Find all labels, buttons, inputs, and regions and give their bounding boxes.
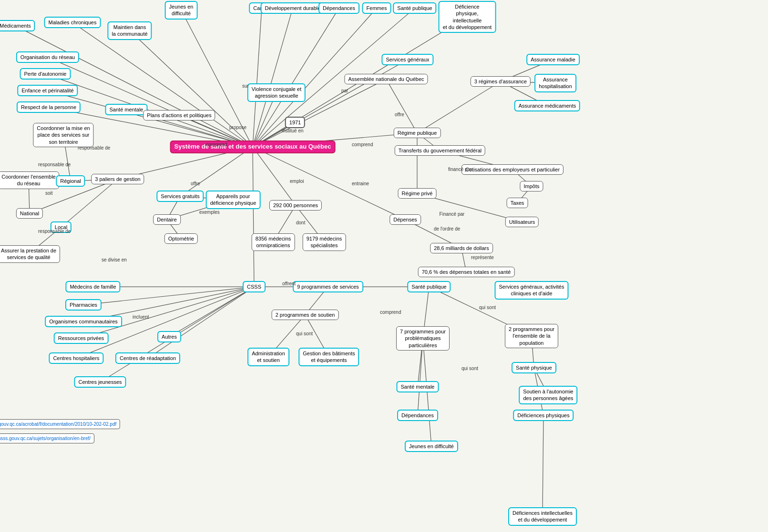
node-impots: Impôts (520, 181, 543, 191)
node-regime_public: Régime publique (394, 128, 441, 138)
node-assemblee: Assemblée nationale du Québec (345, 74, 428, 84)
node-3_regimes: 3 régimes d'assurance (471, 76, 531, 87)
node-ressources: Ressources privées (54, 332, 109, 344)
node-enfance: Enfance et périnatalité (17, 85, 78, 96)
edge-label: responsable de (38, 162, 71, 167)
node-maladies_chroniques: Maladies chroniques (44, 17, 101, 28)
node-taxes: Taxes (507, 198, 528, 208)
node-csss: CSSS (243, 281, 266, 292)
node-deficience: Déficiencephysique,intellectuelleet du d… (439, 1, 496, 33)
node-2_programmes_soutien: 2 programmes de soutien (272, 310, 339, 320)
node-jeunes_difficulte_right: Jeunes en difficulté (405, 441, 458, 452)
node-services_generaux_right: Services généraux, activitéscliniques et… (495, 281, 569, 300)
node-medicaments: Médicaments (0, 20, 35, 31)
edge-label: comprend (206, 142, 227, 147)
node-assurer: Assurer la prestation deservices de qual… (0, 245, 60, 263)
node-assurance_hosp: Assurancehospitalisation (534, 74, 576, 92)
edge-label: entraine (352, 181, 369, 186)
node-coordonner_mise: Coordonner la mise enplace des services … (33, 123, 93, 147)
edge-label: offrent (282, 281, 296, 286)
node-url2: http://www.msss.gouv.qc.ca/sujets/organi… (0, 433, 94, 443)
node-gestion: Gestion des bâtimentset équipements (298, 348, 359, 366)
edge-label: incluent (133, 314, 149, 320)
edge-label: par (341, 88, 348, 93)
node-8356: 8356 médecinsomnipraticiens (252, 233, 295, 251)
node-violence: Violence conjugale etagression sexuelle (247, 83, 306, 102)
node-plans_actions: Plans d'actions et politiques (143, 110, 215, 120)
node-national: National (16, 208, 43, 219)
svg-line-21 (180, 147, 253, 196)
edge-label: responsable de (38, 229, 71, 234)
node-soutien_autonomie: Soutien à l'autonomiedes personnes âgées (519, 386, 577, 404)
edge-label: comprend (380, 310, 401, 315)
node-dev_durable: Développement durable (261, 2, 325, 14)
edge-label: exemples (199, 210, 220, 215)
concept-map: Système de santé et des services sociaux… (0, 0, 768, 532)
node-autres: Autres (157, 331, 181, 342)
node-deficiences_physiques: Déficiences physiques (513, 410, 573, 421)
node-3_paliers: 3 paliers de gestion (91, 174, 144, 184)
edge-label: emploi (290, 179, 304, 184)
node-finance_par: Financé par (436, 210, 468, 219)
node-assurance_maladie: Assurance maladie (526, 54, 580, 65)
node-sante_publique_right: Santé publique (407, 281, 451, 292)
edge-label: institué en (282, 128, 304, 133)
node-7_programmes: 7 programmes pourproblématiquesparticuli… (396, 326, 450, 351)
svg-line-25 (253, 147, 254, 287)
node-services_generaux_top: Services généraux (381, 54, 433, 65)
node-70_pct: 70,6 % des dépenses totales en santé (418, 267, 515, 277)
node-jeunes_difficulte_top: Jeunes endifficulté (165, 1, 198, 20)
node-appareils: Appareils pourdéficience physique (206, 191, 261, 209)
node-292000: 292 000 personnes (269, 200, 322, 211)
node-coordonner_ensemble: Coordonner l'ensembledu réseau (0, 171, 60, 189)
node-2_programmes_pop: 2 programmes pourl'ensemble de lapopulat… (505, 324, 558, 348)
node-depenses: Dépenses (389, 214, 421, 225)
edge-label: se divise en (102, 257, 127, 262)
node-centres_hosp: Centres hospitaliers (49, 352, 103, 364)
edge-label: responsable de (78, 145, 110, 151)
edge-label: financé par (448, 167, 471, 172)
node-perte_autonomie: Perte d'autonomie (20, 68, 71, 80)
node-9179: 9179 médecinsspécialistes (303, 233, 346, 251)
node-sante_mentale_right: Santé mentale (397, 381, 439, 392)
node-utilisateurs: Utilisateurs (505, 217, 539, 227)
node-main: Système de santé et des services sociaux… (170, 141, 336, 153)
edge-label: dont (296, 220, 305, 225)
node-assurance_med: Assurance médicaments (514, 100, 580, 111)
node-centres_jeunesse: Centres jeunesses (74, 376, 126, 388)
node-1971: 1971 (285, 117, 305, 128)
node-dentaire: Dentaire (153, 214, 181, 225)
svg-line-28 (417, 81, 501, 133)
node-transferts: Transferts du gouvernement fédéral (395, 145, 485, 156)
node-centres_readapt: Centres de réadaptation (115, 352, 180, 364)
edge-label: soit (45, 191, 53, 196)
node-dependances_top: Dépendances (318, 2, 359, 14)
svg-line-8 (72, 22, 253, 147)
edge-label: comprend (352, 142, 373, 147)
edge-label: sur (242, 83, 249, 89)
node-services_gratuits: Services gratuits (156, 191, 204, 202)
node-sante_physique: Santé physique (512, 362, 556, 373)
node-cotisations: Cotisations des employeurs et particulie… (461, 164, 563, 175)
node-deficiences_intel: Déficiences intellectuelleset du dévelop… (508, 507, 577, 526)
svg-line-53 (81, 287, 254, 338)
edge-label: propose (229, 125, 246, 130)
node-url1: http://publications.msss.gouv.qc.ca/acro… (0, 419, 120, 429)
svg-line-27 (386, 79, 417, 133)
edge-label: qui sont (296, 331, 313, 336)
edge-label: de l'ordre de (434, 226, 460, 231)
node-28_milliards: 28,6 milliards de dollars (430, 243, 493, 253)
node-femmes: Femmes (362, 2, 391, 14)
node-sante_publique_top: Santé publique (393, 2, 436, 14)
edge-label: offre (191, 181, 200, 186)
node-9_programmes: 9 programmes de services (293, 281, 363, 292)
node-organismes: Organismes communautaires (45, 316, 122, 327)
node-medecins_famille: Médecins de famille (65, 281, 120, 292)
node-regional: Régional (56, 175, 85, 187)
node-respect: Respect de la personne (17, 101, 81, 113)
node-dependances_right: Dépendances (397, 410, 438, 421)
node-administration: Administrationet soutien (247, 348, 289, 366)
node-optometrie: Optométrie (164, 233, 198, 244)
node-organisation_reseau: Organisation du réseau (16, 51, 79, 63)
edge-label: qui sont (461, 366, 478, 371)
